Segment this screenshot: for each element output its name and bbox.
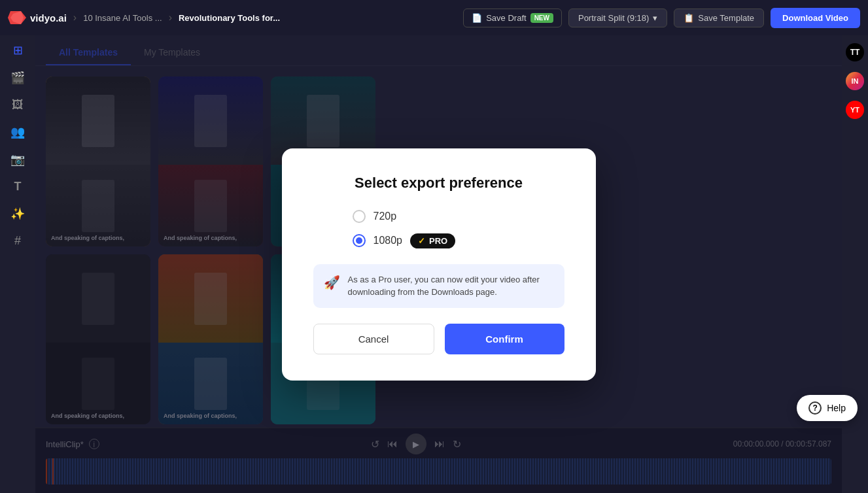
save-draft-button[interactable]: 📄 Save Draft NEW	[463, 8, 562, 27]
sidebar-item-hash[interactable]: #	[14, 234, 21, 248]
label-720p: 720p	[373, 211, 397, 222]
pro-check-icon: ✓	[418, 236, 425, 246]
portrait-split-button[interactable]: Portrait Split (9:18) ▾	[568, 8, 667, 27]
cancel-button[interactable]: Cancel	[313, 324, 434, 354]
sidebar-item-users[interactable]: 👥	[10, 125, 25, 139]
download-video-label: Download Video	[782, 13, 848, 23]
logo-icon	[8, 8, 26, 27]
sidebar-item-grid[interactable]: ⊞	[13, 43, 23, 58]
label-1080p: 1080p	[373, 235, 403, 246]
sidebar-item-text[interactable]: T	[14, 180, 22, 194]
breadcrumb-sep-1: ›	[73, 12, 77, 24]
sidebar-item-photo[interactable]: 📷	[10, 152, 25, 167]
info-box: 🚀 As as a Pro user, you can now edit you…	[313, 264, 564, 308]
modal-actions: Cancel Confirm	[313, 324, 564, 354]
pro-label: PRO	[429, 236, 447, 246]
content-area: All Templates My Templates And speaking …	[35, 35, 842, 493]
breadcrumb-item-2: Revolutionary Tools for...	[179, 13, 280, 23]
chevron-down-icon: ▾	[653, 13, 657, 23]
save-template-label: Save Template	[698, 13, 754, 23]
save-template-button[interactable]: 📋 Save Template	[674, 8, 764, 27]
save-template-icon: 📋	[684, 13, 694, 23]
breadcrumb-sep-2: ›	[169, 12, 172, 24]
sidebar-item-image[interactable]: 🖼	[12, 98, 24, 112]
help-label: Help	[827, 403, 846, 413]
portrait-split-label: Portrait Split (9:18)	[578, 13, 649, 23]
main-layout: ⊞ 🎬 🖼 👥 📷 T ✨ # All Templates My Templat…	[0, 35, 868, 493]
radio-1080p[interactable]	[353, 234, 366, 247]
sidebar-item-magic[interactable]: ✨	[10, 207, 25, 221]
modal-backdrop: Select export preference 720p 1080p ✓ PR…	[35, 35, 842, 493]
youtube-share-button[interactable]: YT	[846, 101, 864, 119]
top-navigation: vidyo.ai › 10 Insane AI Tools ... › Revo…	[0, 0, 868, 35]
radio-720p[interactable]	[353, 210, 366, 223]
help-icon: ?	[808, 401, 822, 415]
modal-title: Select export preference	[313, 175, 564, 192]
export-preference-modal: Select export preference 720p 1080p ✓ PR…	[282, 148, 596, 381]
option-1080p[interactable]: 1080p ✓ PRO	[353, 233, 456, 248]
instagram-share-button[interactable]: IN	[846, 72, 864, 90]
save-draft-label: Save Draft	[486, 13, 526, 23]
left-sidebar: ⊞ 🎬 🖼 👥 📷 T ✨ #	[0, 35, 35, 493]
help-button[interactable]: ? Help	[797, 395, 858, 421]
logo: vidyo.ai	[8, 8, 67, 27]
resolution-options: 720p 1080p ✓ PRO	[313, 210, 564, 248]
tiktok-share-button[interactable]: TT	[846, 43, 864, 61]
new-badge: NEW	[530, 13, 553, 23]
rocket-icon: 🚀	[324, 275, 340, 290]
confirm-button[interactable]: Confirm	[445, 324, 564, 354]
logo-text: vidyo.ai	[30, 12, 67, 24]
download-video-button[interactable]: Download Video	[771, 8, 860, 28]
sidebar-item-film[interactable]: 🎬	[10, 71, 25, 85]
breadcrumb-item-1: 10 Insane AI Tools ...	[83, 13, 162, 23]
pro-badge: ✓ PRO	[410, 233, 455, 248]
option-720p[interactable]: 720p	[353, 210, 397, 223]
info-text: As as a Pro user, you can now edit your …	[348, 273, 554, 299]
right-sidebar: TT IN YT	[842, 35, 868, 493]
save-draft-icon: 📄	[472, 13, 482, 23]
